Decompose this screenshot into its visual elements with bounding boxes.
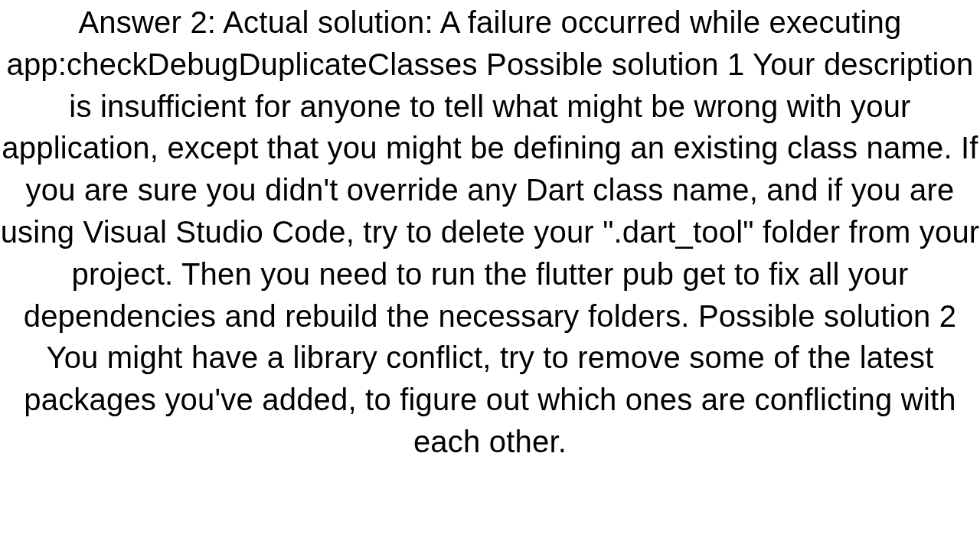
document-body: Answer 2: Actual solution: A failure occ…	[0, 0, 980, 551]
answer-text: Answer 2: Actual solution: A failure occ…	[0, 0, 980, 463]
